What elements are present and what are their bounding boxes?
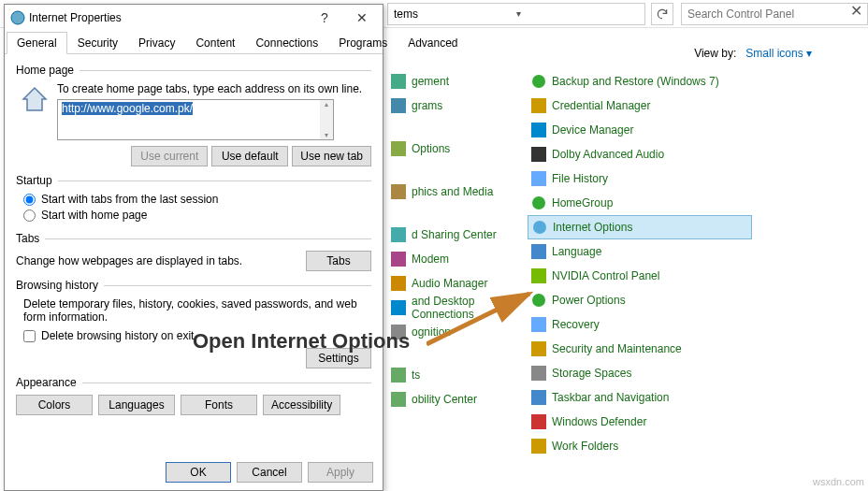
svg-rect-21 <box>531 317 546 332</box>
homegroup-item[interactable]: HomeGroup <box>528 191 752 215</box>
nvidia-item[interactable]: NVIDIA Control Panel <box>528 264 752 288</box>
ok-button[interactable]: OK <box>166 462 231 483</box>
svg-rect-10 <box>391 392 406 407</box>
chevron-down-icon[interactable]: ▾ <box>516 8 639 19</box>
credential-manager-item[interactable]: Credential Manager <box>528 94 752 118</box>
list-item[interactable]: phics and Media <box>387 180 528 204</box>
refresh-icon <box>656 7 669 21</box>
scroll-up-icon: ▴ <box>320 100 333 108</box>
close-icon[interactable]: ✕ <box>850 2 862 20</box>
list-item[interactable]: Audio Manager <box>387 271 528 296</box>
dialog-footer: OK Cancel Apply <box>5 455 383 490</box>
svg-rect-6 <box>391 276 406 291</box>
location-bar[interactable]: tems ▾ <box>387 3 645 25</box>
file-history-item[interactable]: File History <box>528 166 752 191</box>
internet-options-item[interactable]: Internet Options <box>528 215 752 239</box>
tab-advanced[interactable]: Advanced <box>398 32 468 54</box>
use-default-button[interactable]: Use default <box>211 146 288 166</box>
svg-rect-26 <box>531 439 546 454</box>
svg-rect-25 <box>531 414 546 429</box>
svg-rect-24 <box>531 390 546 405</box>
history-group: Browsing history Delete temporary files,… <box>16 279 371 368</box>
languages-button[interactable]: Languages <box>98 395 175 415</box>
start-last-session-radio[interactable]: Start with tabs from the last session <box>23 193 371 206</box>
home-icon <box>20 84 50 114</box>
search-input[interactable] <box>681 3 868 25</box>
accessibility-button[interactable]: Accessibility <box>263 395 340 415</box>
taskbar-nav-item[interactable]: Taskbar and Navigation <box>528 385 752 410</box>
tab-strip: General Security Privacy Content Connect… <box>5 31 383 54</box>
svg-rect-3 <box>391 184 406 199</box>
tabs-desc: Change how webpages are displayed in tab… <box>16 254 242 267</box>
use-new-tab-button[interactable]: Use new tab <box>292 146 371 166</box>
list-item[interactable]: obility Center <box>387 387 528 412</box>
start-home-radio[interactable]: Start with home page <box>23 209 371 222</box>
svg-rect-14 <box>531 147 546 162</box>
backup-restore-item[interactable]: Backup and Restore (Windows 7) <box>528 69 752 94</box>
appearance-legend: Appearance <box>16 376 77 389</box>
svg-rect-18 <box>531 244 546 259</box>
close-button[interactable]: ✕ <box>343 6 381 30</box>
storage-spaces-item[interactable]: Storage Spaces <box>528 361 752 385</box>
svg-rect-12 <box>531 98 546 113</box>
svg-rect-15 <box>531 171 546 186</box>
svg-rect-0 <box>391 74 406 89</box>
tab-content[interactable]: Content <box>185 32 245 54</box>
svg-point-17 <box>533 221 546 234</box>
startup-group: Startup Start with tabs from the last se… <box>16 174 371 224</box>
security-maintenance-item[interactable]: Security and Maintenance <box>528 337 752 361</box>
tabs-legend: Tabs <box>16 232 39 245</box>
power-options-item[interactable]: Power Options <box>528 288 752 312</box>
svg-rect-4 <box>391 227 406 242</box>
tab-programs[interactable]: Programs <box>328 32 398 54</box>
recovery-item[interactable]: Recovery <box>528 312 752 337</box>
svg-rect-23 <box>531 366 546 381</box>
svg-rect-1 <box>391 98 406 113</box>
tab-connections[interactable]: Connections <box>245 32 328 54</box>
svg-rect-19 <box>531 268 546 283</box>
list-item[interactable]: d Sharing Center <box>387 223 528 247</box>
homepage-url-input[interactable]: http://www.google.com.pk/ ▴▾ <box>57 99 334 140</box>
defender-item[interactable]: Windows Defender <box>528 410 752 434</box>
list-item[interactable]: ognition <box>387 320 528 344</box>
delete-on-exit-checkbox[interactable]: Delete browsing history on exit <box>23 329 371 342</box>
help-button[interactable]: ? <box>306 6 343 30</box>
scrollbar[interactable]: ▴▾ <box>320 100 333 139</box>
tabs-button[interactable]: Tabs <box>306 251 371 271</box>
startup-legend: Startup <box>16 174 52 187</box>
use-current-button: Use current <box>131 146 208 166</box>
svg-rect-7 <box>391 300 406 315</box>
svg-rect-8 <box>391 325 406 339</box>
list-item[interactable]: Modem <box>387 247 528 271</box>
work-folders-item[interactable]: Work Folders <box>528 434 752 458</box>
dolby-audio-item[interactable]: Dolby Advanced Audio <box>528 142 752 166</box>
dialog-body: Home page To create home page tabs, type… <box>5 54 383 455</box>
list-item[interactable]: grams <box>387 94 528 118</box>
dialog-title: Internet Properties <box>29 11 306 24</box>
homepage-legend: Home page <box>16 64 74 77</box>
svg-rect-9 <box>391 368 406 383</box>
fonts-button[interactable]: Fonts <box>181 395 257 415</box>
view-by-value[interactable]: Small icons ▾ <box>745 47 812 60</box>
svg-point-28 <box>11 11 24 24</box>
list-item[interactable]: Options <box>387 137 528 161</box>
history-settings-button[interactable]: Settings <box>306 348 371 368</box>
svg-rect-22 <box>531 341 546 356</box>
homepage-desc: To create home page tabs, type each addr… <box>16 82 371 95</box>
svg-point-11 <box>532 75 545 88</box>
refresh-button[interactable] <box>651 3 673 25</box>
device-manager-item[interactable]: Device Manager <box>528 118 752 142</box>
tab-security[interactable]: Security <box>67 32 128 54</box>
cancel-button[interactable]: Cancel <box>237 462 302 483</box>
language-item[interactable]: Language <box>528 239 752 264</box>
colors-button[interactable]: Colors <box>16 395 93 415</box>
homepage-url-value: http://www.google.com.pk/ <box>62 102 193 115</box>
tab-general[interactable]: General <box>7 32 67 54</box>
list-item[interactable]: gement <box>387 69 528 94</box>
svg-rect-5 <box>391 252 406 267</box>
svg-rect-2 <box>391 141 406 156</box>
list-item[interactable]: ts <box>387 363 528 387</box>
tab-privacy[interactable]: Privacy <box>128 32 185 54</box>
list-item[interactable]: and Desktop Connections <box>387 296 528 320</box>
location-text: tems <box>394 7 516 21</box>
